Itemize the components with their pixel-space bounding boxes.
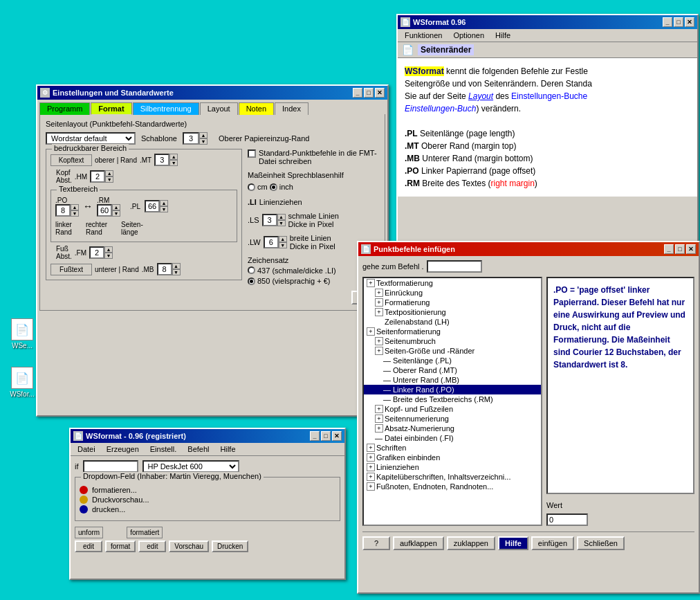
hm-input[interactable] xyxy=(90,170,105,183)
lw-up[interactable]: ▲ xyxy=(279,236,287,242)
tree-fussnoten[interactable]: + Fußnoten, Endnoten, Randnoten... xyxy=(364,482,541,491)
wsformat-max-btn[interactable]: □ xyxy=(321,431,331,441)
tab-format[interactable]: Format xyxy=(91,102,131,115)
tree-seitenlaenge[interactable]: — Seitenlänge (.PL) xyxy=(364,356,541,365)
tree-datei-einbinden[interactable]: — Datei einbinden (.FI) xyxy=(364,433,541,443)
tree-seiten-groesse[interactable]: + Seiten-Größe und -Ränder xyxy=(364,346,541,356)
dropdown-item-1[interactable]: formatieren... xyxy=(80,486,335,494)
hm-down[interactable]: ▼ xyxy=(105,176,113,183)
printer-select[interactable]: HP DeskJet 600 xyxy=(142,460,239,473)
tree-seitennumerierung[interactable]: + Seitennumerierung xyxy=(364,414,541,424)
expand-seitennumerierung[interactable]: + xyxy=(375,415,383,423)
format-btn[interactable]: format xyxy=(105,540,136,552)
edit-btn1[interactable]: edit xyxy=(75,540,102,552)
tab-silbentrennung[interactable]: Silbentrennung xyxy=(133,102,199,115)
einstellungen-titlebar[interactable]: ⚙ Einstellungen und Standardwerte _ □ ✕ xyxy=(37,86,387,100)
fm-down[interactable]: ▼ xyxy=(104,253,113,259)
tree-linker-rand[interactable]: — Linker Rand (.PO) xyxy=(364,385,541,394)
tree-textpositionierung[interactable]: + Textpositionierung xyxy=(364,307,541,317)
ls-input[interactable] xyxy=(262,214,277,226)
expand-linienziehen[interactable]: + xyxy=(367,463,375,471)
radio-inch-btn[interactable] xyxy=(270,183,277,191)
gehe-zum-input[interactable] xyxy=(427,260,482,273)
lw-input[interactable] xyxy=(264,236,279,248)
expand-textpositionierung[interactable]: + xyxy=(375,308,383,316)
mb-down[interactable]: ▼ xyxy=(172,269,181,275)
ls-up[interactable]: ▲ xyxy=(277,214,286,220)
zuklappen-btn[interactable]: zuklappen xyxy=(447,536,495,550)
wsformat-min-btn[interactable]: _ xyxy=(310,431,320,441)
tree-einrueckung[interactable]: + Einrückung xyxy=(364,288,541,298)
expand-seitenformatierung[interactable]: + xyxy=(367,327,375,336)
vorschau-btn[interactable]: Vorschau xyxy=(169,540,209,552)
wordstar-select[interactable]: Wordstar default xyxy=(46,132,136,145)
punkt-help-btn[interactable]: ? xyxy=(362,536,390,550)
rm-down[interactable]: ▼ xyxy=(112,210,120,217)
radio-850[interactable]: 850 (vielsprachig + €) xyxy=(248,277,330,285)
radio-inch[interactable]: inch xyxy=(270,183,293,191)
menu-optionen[interactable]: Optionen xyxy=(448,30,490,41)
tree-grafiken[interactable]: + Grafiken einbinden xyxy=(364,453,541,462)
rm-input[interactable] xyxy=(97,204,112,217)
po-up[interactable]: ▲ xyxy=(71,204,79,210)
tree-seitenumbruch[interactable]: + Seitenumbruch xyxy=(364,336,541,346)
radio-cm[interactable]: cm xyxy=(248,183,268,191)
maximize-btn[interactable]: □ xyxy=(674,17,683,27)
expand-kapitel[interactable]: + xyxy=(367,473,375,481)
menu-einstell[interactable]: Einstell. xyxy=(145,444,183,455)
dropdown-item-3[interactable]: drucken... xyxy=(80,505,335,513)
einst-minimize-btn[interactable]: _ xyxy=(353,88,362,98)
tree-absatz-num[interactable]: + Absatz-Numerierung xyxy=(364,424,541,433)
expand-einrueckung[interactable]: + xyxy=(375,289,383,297)
pl-input[interactable] xyxy=(145,200,160,212)
menu-datei[interactable]: Datei xyxy=(72,444,101,455)
if-input[interactable] xyxy=(83,460,138,473)
wert-input[interactable] xyxy=(546,513,588,526)
tab-noten[interactable]: Noten xyxy=(239,102,274,115)
einfuegen-btn[interactable]: einfügen xyxy=(531,536,574,550)
tree-schriften[interactable]: + Schriften xyxy=(364,443,541,453)
punkt-max-btn[interactable]: □ xyxy=(675,244,685,254)
punkt-close-btn[interactable]: ✕ xyxy=(686,244,696,254)
schablone-up[interactable]: ▲ xyxy=(199,132,208,138)
tree-kopf-fuss[interactable]: + Kopf- und Fußzeilen xyxy=(364,404,541,414)
wsformat-close-btn[interactable]: ✕ xyxy=(332,431,342,441)
expand-textformatierung[interactable]: + xyxy=(367,279,375,287)
fm-input[interactable] xyxy=(89,246,104,259)
expand-seitenumbruch[interactable]: + xyxy=(375,337,383,345)
aufklappen-btn[interactable]: aufklappen xyxy=(393,536,444,550)
ls-down[interactable]: ▼ xyxy=(277,220,286,226)
radio-437-btn[interactable] xyxy=(248,266,255,274)
pl-up[interactable]: ▲ xyxy=(160,200,168,206)
po-input[interactable] xyxy=(55,204,71,217)
tree-formatierung[interactable]: + Formatierung xyxy=(364,298,541,307)
expand-fussnoten[interactable]: + xyxy=(367,482,375,491)
schablone-down[interactable]: ▼ xyxy=(199,138,208,145)
tree-linienziehen[interactable]: + Linienziehen xyxy=(364,462,541,472)
menu-funktionen[interactable]: Funktionen xyxy=(399,30,448,41)
lw-down[interactable]: ▼ xyxy=(279,242,287,248)
expand-absatz-num[interactable]: + xyxy=(375,424,383,433)
desktop-icon-wse[interactable]: 📄 WSe... xyxy=(6,318,39,349)
fm-up[interactable]: ▲ xyxy=(104,246,113,253)
radio-cm-btn[interactable] xyxy=(248,183,255,191)
edit-btn2[interactable]: edit xyxy=(138,540,166,552)
expand-kopf-fuss[interactable]: + xyxy=(375,405,383,413)
tree-seitenformatierung[interactable]: + Seitenformatierung xyxy=(364,327,541,336)
mt-input[interactable] xyxy=(154,154,169,166)
po-down[interactable]: ▼ xyxy=(71,210,79,217)
mb-input[interactable] xyxy=(157,263,172,275)
menu-befehl[interactable]: Befehl xyxy=(182,444,214,455)
tree-unterer-rand[interactable]: — Unterer Rand (.MB) xyxy=(364,375,541,385)
tab-layout[interactable]: Layout xyxy=(200,102,238,115)
menu-hilfe2[interactable]: Hilfe xyxy=(215,444,241,455)
tab-index[interactable]: Index xyxy=(275,102,308,115)
mt-down[interactable]: ▼ xyxy=(169,160,178,166)
desktop-icon-wsfor[interactable]: 📄 WSfor... xyxy=(6,367,39,398)
einst-maximize-btn[interactable]: □ xyxy=(364,88,374,98)
command-tree[interactable]: + Textformatierung + Einrückung + Format… xyxy=(362,277,542,526)
wsformat-help-titlebar[interactable]: 📄 WSformat 0.96 _ □ ✕ xyxy=(398,15,697,29)
hm-up[interactable]: ▲ xyxy=(105,170,113,176)
drucken-btn2[interactable]: Drucken xyxy=(212,540,248,552)
tree-textformatierung[interactable]: + Textformatierung xyxy=(364,278,541,288)
